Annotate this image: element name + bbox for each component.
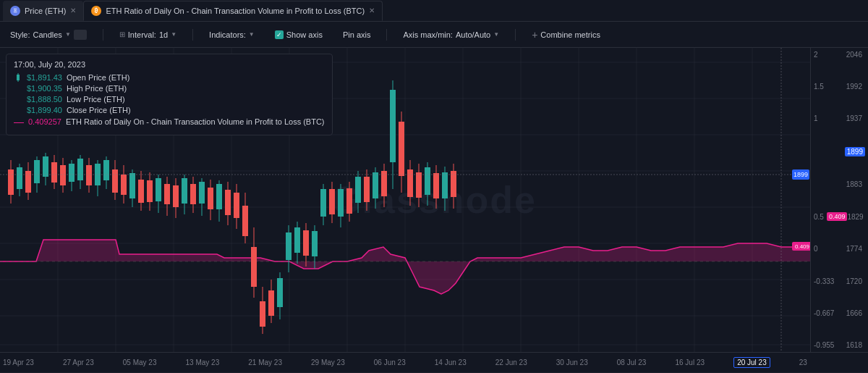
style-value: Candles bbox=[33, 30, 62, 39]
x-label-jul08: 08 Jul 23 bbox=[617, 359, 647, 366]
tooltip-row-close: $1,899.40 Close Price (ETH) bbox=[14, 106, 325, 114]
tab-bar: Ξ Price (ETH) ✕ ₿ ETH Ratio of Daily On … bbox=[0, 0, 868, 22]
svg-rect-118 bbox=[416, 172, 422, 198]
y-label-price-2046: 2046 bbox=[846, 51, 865, 59]
tooltip-ratio-value: 0.409257 bbox=[28, 117, 61, 126]
separator-2 bbox=[192, 29, 193, 41]
svg-rect-42 bbox=[86, 165, 92, 185]
tab-price-eth-close[interactable]: ✕ bbox=[70, 7, 76, 14]
axis-maxmin-chevron: ▼ bbox=[493, 31, 499, 38]
pin-axis-control[interactable]: Pin axis bbox=[339, 29, 375, 41]
svg-rect-120 bbox=[425, 167, 430, 195]
y-label-price-1829: 1829 bbox=[847, 213, 866, 221]
y-label-price-1774: 1774 bbox=[846, 245, 865, 253]
svg-rect-60 bbox=[164, 184, 170, 204]
tooltip-close-value: $1,899.40 bbox=[27, 106, 62, 114]
svg-rect-62 bbox=[173, 185, 179, 207]
svg-rect-108 bbox=[373, 172, 378, 198]
style-control[interactable]: Style: Candles ▼ bbox=[6, 28, 91, 41]
tab-ratio-btc-close[interactable]: ✕ bbox=[369, 7, 375, 14]
tooltip-high-value: $1,900.35 bbox=[27, 84, 62, 93]
x-label-may21: 21 May 23 bbox=[248, 359, 282, 366]
svg-rect-50 bbox=[121, 175, 127, 195]
svg-rect-54 bbox=[138, 180, 144, 203]
svg-rect-64 bbox=[182, 178, 187, 204]
y-label-price-highlighted: 1899 bbox=[845, 147, 865, 156]
tooltip-open-label: Open Price (ETH) bbox=[67, 73, 129, 82]
svg-rect-78 bbox=[242, 206, 248, 236]
svg-rect-90 bbox=[294, 227, 300, 253]
interval-icon: ⊞ bbox=[119, 30, 125, 38]
svg-rect-68 bbox=[199, 182, 205, 204]
svg-rect-72 bbox=[216, 184, 222, 209]
y-label-price-1992: 1992 bbox=[846, 83, 865, 91]
combine-metrics-control[interactable]: + Combine metrics bbox=[527, 28, 605, 42]
style-label: Style: bbox=[10, 30, 30, 39]
tooltip-row-ratio: — 0.409257 ETH Ratio of Daily On - Chain… bbox=[14, 117, 325, 127]
show-axis-label: Show axis bbox=[286, 30, 323, 39]
svg-rect-24 bbox=[8, 169, 14, 195]
tooltip-low-label: Low Price (ETH) bbox=[67, 95, 125, 104]
tab-ratio-btc[interactable]: ₿ ETH Ratio of Daily On - Chain Transact… bbox=[83, 1, 383, 21]
svg-rect-133 bbox=[17, 75, 20, 80]
svg-text:1899: 1899 bbox=[793, 171, 808, 178]
svg-rect-98 bbox=[329, 189, 335, 214]
y-label-ratio-neg667: -0.667 bbox=[814, 309, 837, 317]
svg-rect-76 bbox=[234, 193, 239, 218]
tab-price-eth[interactable]: Ξ Price (ETH) ✕ bbox=[3, 1, 83, 21]
indicators-chevron: ▼ bbox=[249, 31, 255, 38]
svg-rect-80 bbox=[251, 247, 257, 287]
tooltip: 17:00, July 20, 2023 $1,891.43 Open Pric… bbox=[6, 54, 333, 135]
svg-text:0.409: 0.409 bbox=[795, 243, 810, 250]
svg-rect-32 bbox=[43, 156, 48, 177]
svg-rect-102 bbox=[346, 188, 352, 214]
svg-rect-92 bbox=[303, 230, 309, 256]
interval-label: Interval: bbox=[128, 30, 156, 39]
x-label-jul20-highlighted: 20 Jul 23 bbox=[733, 357, 770, 368]
svg-rect-58 bbox=[156, 178, 161, 201]
style-icon bbox=[74, 30, 87, 40]
show-axis-control[interactable]: ✓ Show axis bbox=[271, 29, 327, 41]
svg-rect-56 bbox=[147, 180, 153, 202]
chart-area: Glassnode bbox=[0, 48, 868, 352]
tooltip-close-label: Close Price (ETH) bbox=[67, 106, 131, 114]
indicators-control[interactable]: Indicators: ▼ bbox=[205, 29, 259, 41]
x-label-jun30: 30 Jun 23 bbox=[556, 359, 588, 366]
x-label-may13: 13 May 23 bbox=[186, 359, 220, 366]
eth-icon: Ξ bbox=[10, 6, 20, 16]
svg-rect-70 bbox=[208, 188, 213, 209]
separator-4 bbox=[515, 29, 516, 41]
y-label-ratio-1: 1 bbox=[814, 114, 821, 122]
y-label-ratio-1.5: 1.5 bbox=[814, 83, 827, 91]
btc-icon: ₿ bbox=[91, 6, 101, 16]
show-axis-checkbox[interactable]: ✓ bbox=[275, 30, 284, 39]
svg-rect-106 bbox=[364, 177, 370, 202]
svg-rect-126 bbox=[451, 171, 456, 197]
y-label-price-1883: 1883 bbox=[846, 180, 865, 188]
svg-rect-82 bbox=[260, 301, 265, 327]
x-label-jun22: 22 Jun 23 bbox=[495, 359, 527, 366]
svg-rect-88 bbox=[286, 232, 292, 260]
axis-maxmin-control[interactable]: Axis max/min: Auto/Auto ▼ bbox=[399, 29, 503, 41]
svg-rect-36 bbox=[60, 165, 66, 185]
svg-rect-30 bbox=[34, 160, 40, 183]
y-axis-right: 2 2046 1.5 1992 1 1937 1899 1883 0.5 0.4… bbox=[810, 48, 868, 352]
interval-control[interactable]: ⊞ Interval: 1d ▼ bbox=[115, 29, 181, 41]
y-label-ratio-2: 2 bbox=[814, 51, 821, 59]
svg-rect-86 bbox=[277, 278, 283, 307]
tooltip-candle-icon bbox=[14, 73, 22, 82]
svg-rect-100 bbox=[338, 189, 344, 217]
x-label-jul16: 16 Jul 23 bbox=[675, 359, 705, 366]
y-label-price-1720: 1720 bbox=[846, 277, 865, 285]
svg-rect-38 bbox=[69, 164, 75, 182]
combine-metrics-label: Combine metrics bbox=[540, 30, 600, 39]
svg-rect-34 bbox=[51, 162, 57, 183]
tooltip-row-low: $1,888.50 Low Price (ETH) bbox=[14, 95, 325, 104]
y-label-price-1618: 1618 bbox=[846, 341, 865, 349]
y-label-price-1666: 1666 bbox=[846, 309, 865, 317]
tooltip-ratio-label: ETH Ratio of Daily On - Chain Transactio… bbox=[66, 117, 325, 126]
svg-rect-122 bbox=[433, 173, 439, 198]
tooltip-dash-icon: — bbox=[14, 117, 24, 127]
y-label-ratio-0: 0 bbox=[814, 245, 821, 253]
x-label-may29: 29 May 23 bbox=[311, 359, 345, 366]
